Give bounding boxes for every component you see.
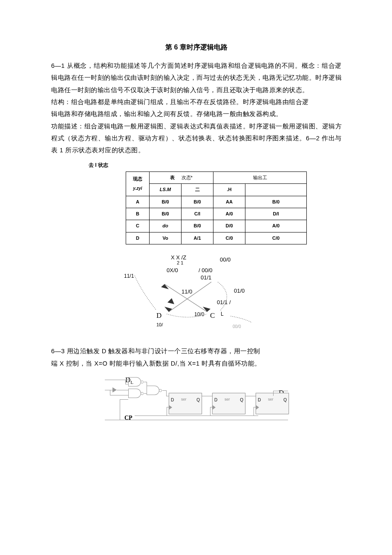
wire — [120, 399, 128, 400]
wire — [167, 407, 167, 416]
svg-marker-5 — [167, 298, 174, 304]
paragraph-6: 端 X 控制，当 X=O 时能串行输入新数据 D/,当 X=1 时具有自循环功能… — [51, 357, 342, 369]
table-row: C do B/0 D/0 A/0 — [126, 220, 307, 232]
state-diagram-arrows — [124, 252, 269, 333]
table-subhead-lsm: LS.M — [150, 184, 182, 196]
paragraph-5: 6—3 用边沿触发 D 触发器和与非门设计一个三位右移寄存器，用一控制 — [51, 345, 342, 357]
svg-marker-3 — [203, 307, 210, 312]
table-row: B B/0 C/I A/0 D/I — [126, 208, 307, 220]
wire — [245, 396, 256, 396]
table-row: A B/0 B/0 AA B/0 — [126, 196, 307, 208]
wire — [120, 399, 120, 420]
wire — [105, 420, 288, 420]
table-header-next: 表 次态* — [150, 171, 213, 183]
table-header-output: 输出工 — [213, 171, 307, 183]
svg-line-0 — [164, 284, 207, 312]
paragraph-2: 结构：组合电路都是单纯由逻辑门组成，且输出不存在反馈路径。时序逻辑电路由组合逻 — [51, 96, 342, 108]
state-table: 现态 y.zyi 表 次态* 输出工 LS.M 二 .H A B/0 B/0 A… — [126, 171, 307, 245]
paragraph-3: 辑电路和存储电路组成，输出和输入之间有反馈。存储电路一般由触发器构成。 — [51, 108, 342, 120]
state-diagram: X X /Z 2 1 00/0 0X/0 / 00/0 11/1 01/1 11… — [124, 252, 269, 333]
wire — [110, 390, 110, 395]
wire — [210, 407, 210, 416]
wire — [202, 396, 212, 396]
clock-label-cp: CP — [124, 412, 133, 424]
nand-gate — [147, 386, 159, 395]
wire — [105, 380, 128, 380]
wire — [125, 380, 126, 384]
wire — [125, 384, 128, 384]
nand-gate — [128, 389, 141, 398]
table-subhead-eq: 二 — [182, 184, 213, 196]
wire — [254, 407, 256, 407]
wire — [105, 380, 105, 380]
paragraph-1: 6—1 从概念，结构和功能描述等几个方面简述时序逻辑电路和组合逻辑电路的不同。概… — [51, 60, 342, 96]
wire — [135, 416, 258, 416]
shift-register-circuit: DL CP D0 D ser Q D ser Q D ser Q — [105, 374, 288, 429]
table-subhead-empty — [245, 184, 307, 196]
svg-marker-2 — [164, 307, 172, 312]
table-caption: 去 I 状志 — [89, 160, 342, 170]
wire — [210, 407, 212, 407]
wire — [105, 390, 112, 390]
wire — [273, 391, 288, 391]
wire — [167, 407, 169, 407]
d-flipflop: D ser Q — [212, 393, 245, 414]
table-row: D Vo A/1 C/0 C/0 — [126, 232, 307, 244]
wire — [110, 395, 128, 395]
svg-marker-4 — [161, 284, 169, 289]
table-header-state: 现态 y.zyi — [126, 171, 150, 196]
wire — [254, 407, 254, 416]
chapter-title: 第 6 章时序逻辑电路 — [51, 41, 342, 54]
inverter-icon — [112, 387, 117, 392]
wire — [147, 382, 147, 388]
wire — [147, 392, 147, 394]
wire — [166, 390, 167, 396]
d-flipflop: D ser Q — [169, 393, 202, 414]
d-flipflop: D ser Q — [256, 393, 289, 414]
nand-gate — [128, 377, 141, 386]
table-subhead-h: .H — [213, 184, 245, 196]
paragraph-4: 功能描述：组合逻辑电路一般用逻辑图、逻辑表达式和真值表描述。时序逻辑一般用逻辑图… — [51, 120, 342, 157]
wire — [117, 390, 128, 390]
wire — [273, 391, 274, 396]
